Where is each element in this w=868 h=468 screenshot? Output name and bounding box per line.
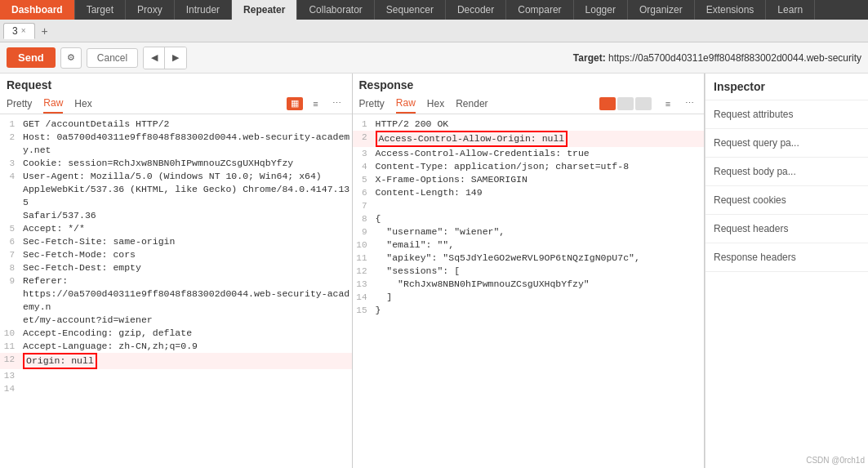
target-url: https://0a5700d40311e9ff8048f883002d0044…	[608, 52, 861, 64]
close-icon[interactable]: ×	[21, 26, 26, 35]
nav-tab-decoder[interactable]: Decoder	[446, 0, 506, 20]
inspector-item-1[interactable]: Request query pa...	[706, 129, 868, 158]
line-number: 13	[353, 278, 372, 291]
view-toggle-1[interactable]	[599, 97, 616, 110]
request-line-16: 13	[0, 369, 352, 382]
line-number: 13	[0, 369, 20, 382]
cancel-button[interactable]: Cancel	[87, 48, 138, 68]
view-toggle-2[interactable]	[617, 97, 634, 110]
response-title: Response	[353, 74, 705, 93]
request-line-3: 4User-Agent: Mozilla/5.0 (Windows NT 10.…	[0, 170, 352, 183]
nav-forward-button[interactable]: ▶	[165, 47, 186, 69]
repeater-tab-1[interactable]: 3 ×	[3, 23, 35, 39]
line-content: Content-Type: application/json; charset=…	[372, 160, 705, 173]
request-code-area[interactable]: 1GET /accountDetails HTTP/22Host: 0a5700…	[0, 114, 352, 468]
nav-tab-sequencer[interactable]: Sequencer	[375, 0, 446, 20]
request-line-11: https://0a5700d40311e9ff8048f883002d0044…	[0, 287, 352, 314]
request-line-8: 7Sec-Fetch-Mode: cors	[0, 248, 352, 261]
line-content: Content-Length: 149	[372, 186, 705, 199]
line-content: }	[372, 304, 705, 317]
line-number: 1	[0, 118, 20, 131]
line-content: Accept: */*	[20, 222, 352, 235]
request-view-icon-1[interactable]: ▦	[287, 97, 303, 110]
nav-tab-logger[interactable]: Logger	[574, 0, 628, 20]
response-tab-render[interactable]: Render	[456, 95, 487, 113]
line-number: 7	[0, 248, 20, 261]
line-content: Accept-Language: zh-CN,zh;q=0.9	[20, 340, 352, 353]
line-content: HTTP/2 200 OK	[372, 118, 705, 131]
line-number: 2	[0, 131, 20, 157]
line-number: 2	[353, 131, 372, 147]
request-line-10: 9Referer:	[0, 274, 352, 287]
add-tab-button[interactable]: +	[37, 23, 53, 39]
line-content: X-Frame-Options: SAMEORIGIN	[372, 173, 705, 186]
nav-tab-learn[interactable]: Learn	[766, 0, 815, 20]
request-title: Request	[0, 74, 352, 93]
nav-tab-collaborator[interactable]: Collaborator	[297, 0, 374, 20]
request-tab-pretty[interactable]: Pretty	[7, 95, 32, 113]
line-content: "username": "wiener",	[372, 225, 705, 238]
line-content: "email": "",	[372, 238, 705, 252]
line-content: Referer:	[20, 274, 352, 287]
inspector-item-5[interactable]: Response headers	[706, 243, 868, 272]
request-line-1: 2Host: 0a5700d40311e9ff8048f883002d0044.…	[0, 131, 352, 157]
response-line-7: 8{	[353, 212, 705, 225]
nav-tab-organizer[interactable]: Organizer	[628, 0, 695, 20]
response-line-10: 11 "apikey": "Sq5JdYleGO2weRVL9OP6tNQzIg…	[353, 252, 705, 265]
line-content: "apikey": "Sq5JdYleGO2weRVL9OP6tNQzIgN0p…	[372, 252, 705, 265]
response-tab-hex[interactable]: Hex	[427, 95, 444, 113]
nav-tab-target[interactable]: Target	[75, 0, 126, 20]
response-line-6: 7	[353, 199, 705, 212]
send-button[interactable]: Send	[7, 47, 56, 68]
line-number: 12	[0, 353, 20, 369]
line-number: 9	[353, 225, 372, 238]
request-line-4: AppleWebKit/537.36 (KHTML, like Gecko) C…	[0, 183, 352, 209]
nav-tab-repeater[interactable]: Repeater	[232, 0, 297, 20]
inspector-item-3[interactable]: Request cookies	[706, 186, 868, 215]
request-view-icon-2[interactable]: ≡	[308, 97, 324, 110]
response-tab-raw[interactable]: Raw	[396, 94, 416, 114]
line-content: "RchJxw8NBN0hIPwmnouZCsgUXHqbYfzy"	[372, 278, 705, 291]
response-code-area[interactable]: 1HTTP/2 200 OK2Access-Control-Allow-Orig…	[353, 114, 705, 468]
nav-tab-comparer[interactable]: Comparer	[506, 0, 573, 20]
response-line-2: 3Access-Control-Allow-Credentials: true	[353, 147, 705, 160]
line-content	[20, 382, 352, 395]
nav-tab-dashboard[interactable]: Dashboard	[0, 0, 75, 20]
request-line-14: 11Accept-Language: zh-CN,zh;q=0.9	[0, 340, 352, 353]
response-line-1: 2Access-Control-Allow-Origin: null	[353, 131, 705, 147]
response-view-icon-3[interactable]: ⋯	[681, 97, 697, 110]
request-tab-raw[interactable]: Raw	[43, 94, 63, 114]
response-sub-tabs: Pretty Raw Hex Render ≡ ⋯	[353, 93, 705, 114]
line-number: 1	[353, 118, 372, 131]
response-tab-pretty[interactable]: Pretty	[359, 95, 385, 113]
inspector-item-4[interactable]: Request headers	[706, 215, 868, 243]
line-content: et/my-account?id=wiener	[20, 314, 352, 327]
request-view-icon-3[interactable]: ⋯	[329, 97, 345, 110]
line-number	[0, 209, 20, 222]
line-content: https://0a5700d40311e9ff8048f883002d0044…	[20, 287, 352, 314]
request-tab-hex[interactable]: Hex	[74, 95, 91, 113]
line-number: 14	[0, 382, 20, 395]
view-toggle-3[interactable]	[635, 97, 652, 110]
line-content: Host: 0a5700d40311e9ff8048f883002d0044.w…	[20, 131, 352, 157]
request-sub-tabs: Pretty Raw Hex ▦ ≡ ⋯	[0, 93, 352, 114]
inspector-title: Inspector	[706, 74, 868, 100]
settings-icon[interactable]: ⚙	[60, 47, 82, 69]
nav-tab-extensions[interactable]: Extensions	[695, 0, 767, 20]
line-number: 3	[0, 157, 20, 170]
response-view-icon-2[interactable]: ≡	[660, 97, 676, 110]
line-number: 14	[353, 291, 372, 304]
line-number: 7	[353, 199, 372, 212]
line-number: 5	[0, 222, 20, 235]
nav-tab-intruder[interactable]: Intruder	[175, 0, 232, 20]
inspector-item-0[interactable]: Request attributes	[706, 100, 868, 129]
line-number: 6	[0, 235, 20, 248]
inspector-item-2[interactable]: Request body pa...	[706, 158, 868, 186]
nav-tab-proxy[interactable]: Proxy	[126, 0, 175, 20]
request-line-0: 1GET /accountDetails HTTP/2	[0, 118, 352, 131]
line-content: User-Agent: Mozilla/5.0 (Windows NT 10.0…	[20, 170, 352, 183]
nav-back-button[interactable]: ◀	[144, 47, 165, 69]
line-content: Accept-Encoding: gzip, deflate	[20, 327, 352, 340]
line-number	[0, 314, 20, 327]
request-line-2: 3Cookie: session=RchJxw8NBN0hIPwmnouZCsg…	[0, 157, 352, 170]
